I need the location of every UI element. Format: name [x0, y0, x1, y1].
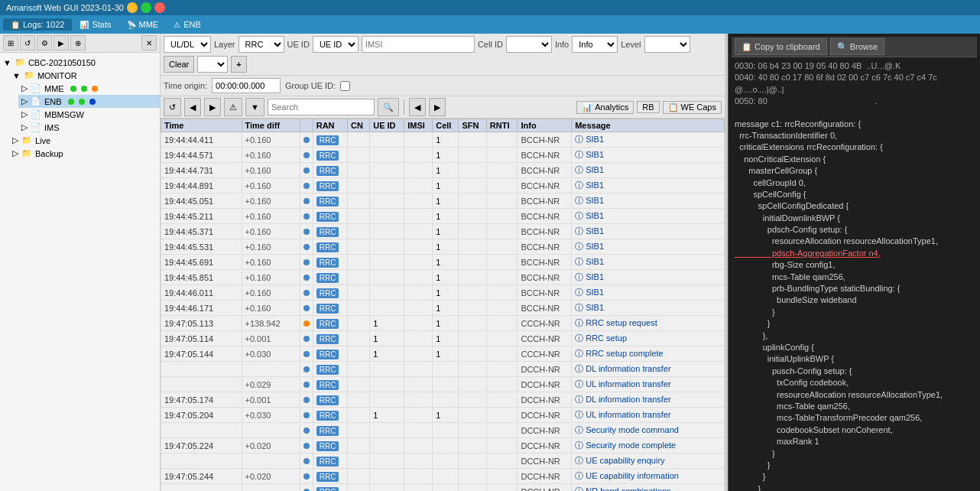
ueid-select[interactable]: UE ID12 — [313, 36, 359, 53]
table-row[interactable]: 19:44:45.691 +0.160 RRC 1 BCCH-NR ⓘ SIB1 — [161, 255, 725, 270]
sidebar-btn-3[interactable]: ⚙ — [37, 35, 52, 50]
sidebar-item-enb[interactable]: ▷ 📄 ENB — [18, 95, 160, 108]
cell-message[interactable]: ⓘ NR band combinations — [572, 484, 725, 492]
col-info: Info — [518, 119, 572, 132]
sidebar-item-backup[interactable]: ▷ 📁 Backup — [9, 147, 160, 160]
table-row[interactable]: 19:47:05.114 +0.001 RRC 1 1 CCCH-NR ⓘ RR… — [161, 331, 725, 346]
cell-message[interactable]: ⓘ SIB1 — [572, 301, 725, 316]
cell-message[interactable]: ⓘ SIB1 — [572, 255, 725, 270]
close-btn[interactable] — [154, 2, 165, 13]
table-row[interactable]: 19:47:05.204 +0.030 RRC 1 1 DCCH-NR ⓘ UL… — [161, 408, 725, 423]
sidebar-item-monitor[interactable]: ▼ 📁 MONITOR — [9, 69, 160, 82]
group-ueid-checkbox[interactable] — [340, 81, 350, 91]
cellid-select[interactable] — [506, 36, 552, 53]
prev-btn[interactable]: ◀ — [184, 98, 201, 116]
level-select[interactable] — [644, 36, 690, 53]
table-row[interactable]: 19:44:45.371 +0.160 RRC 1 BCCH-NR ⓘ SIB1 — [161, 224, 725, 239]
level-label: Level — [621, 40, 641, 49]
sidebar-item-root[interactable]: ▼ 📁 CBC-2021050150 — [0, 56, 160, 69]
tab-mme[interactable]: 📡 MME — [119, 18, 167, 31]
cell-message[interactable]: ⓘ Security mode command — [572, 423, 725, 438]
cell-message[interactable]: ⓘ SIB1 — [572, 209, 725, 224]
cell-message[interactable]: ⓘ DL information transfer — [572, 392, 725, 408]
warning-btn[interactable]: ⚠ — [224, 98, 242, 116]
table-row[interactable]: 19:44:45.211 +0.160 RRC 1 BCCH-NR ⓘ SIB1 — [161, 209, 725, 224]
cell-message[interactable]: ⓘ UE capability enquiry — [572, 454, 725, 469]
browse-btn[interactable]: 🔍 Browse — [830, 38, 885, 55]
sidebar-btn-5[interactable]: ⊕ — [70, 35, 86, 50]
cell-cn — [348, 438, 370, 454]
filter-down-btn[interactable]: ▼ — [245, 98, 264, 116]
cell-message[interactable]: ⓘ SIB1 — [572, 239, 725, 255]
table-row[interactable]: 19:44:44.411 +0.160 RRC 1 BCCH-NR ⓘ SIB1 — [161, 132, 725, 148]
table-row[interactable]: 19:47:05.144 +0.030 RRC 1 1 CCCH-NR ⓘ RR… — [161, 346, 725, 362]
sidebar-btn-4[interactable]: ▶ — [54, 35, 69, 50]
table-row[interactable]: 19:44:44.731 +0.160 RRC 1 BCCH-NR ⓘ SIB1 — [161, 163, 725, 178]
table-row[interactable]: 19:44:44.571 +0.160 RRC 1 BCCH-NR ⓘ SIB1 — [161, 148, 725, 163]
cell-message[interactable]: ⓘ UL information transfer — [572, 377, 725, 392]
sidebar-item-mme[interactable]: ▷ 📄 MME — [18, 82, 160, 95]
cell-message[interactable]: ⓘ UE capability information — [572, 469, 725, 484]
table-row[interactable]: 19:44:45.051 +0.160 RRC 1 BCCH-NR ⓘ SIB1 — [161, 193, 725, 209]
table-row[interactable]: 19:47:05.244 +0.020 RRC DCCH-NR ⓘ UE cap… — [161, 469, 725, 484]
table-row[interactable]: 19:47:05.113 +138.942 RRC 1 1 CCCH-NR ⓘ … — [161, 316, 725, 331]
table-row[interactable]: 19:47:05.224 +0.020 RRC DCCH-NR ⓘ Securi… — [161, 438, 725, 454]
cell-message[interactable]: ⓘ DL information transfer — [572, 362, 725, 377]
minimize-btn[interactable] — [127, 2, 138, 13]
rb-btn[interactable]: RB — [637, 101, 659, 113]
sidebar-close-btn[interactable]: ✕ — [141, 35, 157, 50]
copy-clipboard-btn[interactable]: 📋 Copy to clipboard — [735, 38, 827, 55]
search-icon-btn[interactable]: 🔍 — [378, 98, 399, 116]
cell-message[interactable]: ⓘ UL information transfer — [572, 408, 725, 423]
sidebar-item-mbmsgw[interactable]: ▷ 📄 MBMSGW — [18, 108, 160, 121]
table-row[interactable]: RRC DCCH-NR ⓘ Security mode command — [161, 423, 725, 438]
cell-message[interactable]: ⓘ SIB1 — [572, 163, 725, 178]
cell-message[interactable]: ⓘ SIB1 — [572, 285, 725, 301]
table-row[interactable]: RRC DCCH-NR ⓘ UE capability enquiry — [161, 454, 725, 469]
tab-enb[interactable]: ⚠ ENB — [166, 18, 209, 31]
table-row[interactable]: +0.029 RRC DCCH-NR ⓘ UL information tran… — [161, 377, 725, 392]
sidebar-item-live[interactable]: ▷ 📁 Live — [9, 134, 160, 147]
sidebar-btn-1[interactable]: ⊞ — [3, 35, 18, 50]
tab-logs[interactable]: 📋 Logs: 1022 — [3, 18, 72, 31]
cell-message[interactable]: ⓘ RRC setup request — [572, 316, 725, 331]
maximize-btn[interactable] — [141, 2, 151, 13]
next-btn[interactable]: ▶ — [204, 98, 221, 116]
cell-message[interactable]: ⓘ SIB1 — [572, 224, 725, 239]
tab-stats[interactable]: 📊 Stats — [72, 18, 118, 31]
table-row[interactable]: RRC DCCH-NR ⓘ DL information transfer — [161, 362, 725, 377]
time-origin-input[interactable] — [212, 78, 281, 93]
pagination-right-btn[interactable]: ▶ — [429, 98, 446, 116]
ue-caps-btn[interactable]: 📋 WE Caps — [663, 101, 722, 114]
search-input[interactable] — [268, 99, 375, 115]
cell-message[interactable]: ⓘ RRC setup complete — [572, 346, 725, 362]
layer-select[interactable]: RRCMACPHY — [239, 36, 284, 53]
cell-message[interactable]: ⓘ SIB1 — [572, 132, 725, 148]
cell-message[interactable]: ⓘ RRC setup — [572, 331, 725, 346]
cell-message[interactable]: ⓘ SIB1 — [572, 193, 725, 209]
clear-btn[interactable]: Clear — [164, 56, 194, 73]
sidebar-btn-2[interactable]: ↺ — [20, 35, 35, 50]
table-row[interactable]: 19:44:46.011 +0.160 RRC 1 BCCH-NR ⓘ SIB1 — [161, 285, 725, 301]
cell-message[interactable]: ⓘ SIB1 — [572, 270, 725, 285]
extra-select[interactable] — [197, 56, 228, 73]
table-row[interactable]: 19:44:45.531 +0.160 RRC 1 BCCH-NR ⓘ SIB1 — [161, 239, 725, 255]
table-row[interactable]: 19:44:46.171 +0.160 RRC 1 BCCH-NR ⓘ SIB1 — [161, 301, 725, 316]
table-row[interactable]: 19:44:44.891 +0.160 RRC 1 BCCH-NR ⓘ SIB1 — [161, 178, 725, 193]
refresh-btn[interactable]: ↺ — [164, 98, 181, 116]
cell-info: BCCH-NR — [518, 209, 572, 224]
table-row[interactable]: 19:47:05.174 +0.001 RRC DCCH-NR ⓘ DL inf… — [161, 392, 725, 408]
cell-info: DCCH-NR — [518, 362, 572, 377]
cell-message[interactable]: ⓘ SIB1 — [572, 148, 725, 163]
imsi-input[interactable] — [362, 36, 475, 53]
pagination-left-btn[interactable]: ◀ — [409, 98, 426, 116]
cell-message[interactable]: ⓘ Security mode complete — [572, 438, 725, 454]
table-row[interactable]: 19:44:45.851 +0.160 RRC 1 BCCH-NR ⓘ SIB1 — [161, 270, 725, 285]
analytics-btn[interactable]: 📊 Analytics — [576, 101, 634, 114]
info-select[interactable]: Info — [572, 36, 618, 53]
sidebar-item-ims[interactable]: ▷ 📄 IMS — [18, 121, 160, 134]
mode-select[interactable]: UL/DLULDL — [164, 36, 211, 53]
cell-message[interactable]: ⓘ SIB1 — [572, 178, 725, 193]
add-filter-btn[interactable]: + — [231, 56, 246, 73]
table-row[interactable]: RRC DCCH-NR ⓘ NR band combinations — [161, 484, 725, 492]
